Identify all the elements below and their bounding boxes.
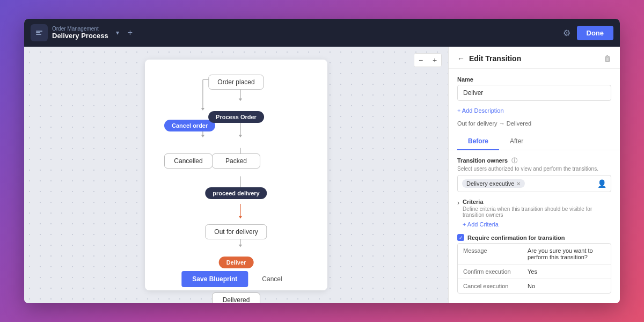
svg-rect-0: [36, 31, 42, 32]
add-tab-button[interactable]: +: [128, 28, 133, 38]
svg-rect-2: [36, 34, 41, 35]
node-packed[interactable]: Packed: [212, 153, 260, 169]
confirm-row-cancel: Cancel execution No: [458, 279, 611, 293]
save-blueprint-button[interactable]: Save Blueprint: [181, 271, 248, 287]
done-button[interactable]: Done: [577, 26, 614, 40]
svg-marker-17: [239, 216, 242, 218]
header: Order Management Delivery Process ▾ + ⚙ …: [24, 19, 620, 47]
svg-marker-7: [201, 108, 204, 111]
dropdown-icon[interactable]: ▾: [116, 29, 119, 36]
panel-header-left: ← Edit Transition: [457, 54, 521, 63]
node-cancel-order[interactable]: Cancel order: [164, 120, 215, 131]
node-delivered[interactable]: Delivered: [212, 292, 260, 303]
criteria-content: Criteria Define criteria when this trans…: [463, 199, 611, 228]
confirm-row-exec: Confirm execution Yes: [458, 265, 611, 279]
delete-icon[interactable]: 🗑: [604, 54, 611, 63]
back-arrow-icon[interactable]: ←: [457, 54, 465, 63]
header-title-group: Order Management Delivery Process: [52, 26, 108, 40]
node-deliver[interactable]: Deliver: [219, 257, 254, 268]
right-panel: ← Edit Transition 🗑 Name + Add Descripti…: [448, 47, 620, 303]
add-criteria-link[interactable]: + Add Criteria: [463, 221, 611, 228]
criteria-section: › Criteria Define criteria when this tra…: [457, 199, 611, 228]
node-cancelled[interactable]: Cancelled: [164, 153, 213, 169]
owners-tag-input[interactable]: Delivery executive ✕ 👤: [457, 175, 611, 192]
app-icon: [31, 24, 48, 41]
confirm-label: Require confirmation for transition: [467, 235, 565, 241]
header-subtitle: Order Management: [52, 26, 108, 32]
svg-marker-11: [239, 135, 242, 137]
owner-tag: Delivery executive ✕: [462, 179, 525, 188]
zoom-controls: − +: [414, 53, 442, 67]
owners-section: Transition owners ⓘ Select users authori…: [457, 157, 611, 192]
confirm-val-message: Are you sure you want to perform this tr…: [528, 247, 605, 260]
add-user-icon[interactable]: 👤: [597, 179, 606, 188]
criteria-expand-icon[interactable]: ›: [457, 199, 459, 207]
svg-marker-19: [239, 245, 242, 247]
confirm-key-cancel: Cancel execution: [463, 283, 517, 289]
bottom-bar: Save Blueprint Cancel: [181, 271, 290, 287]
tab-before[interactable]: Before: [457, 133, 499, 150]
confirm-table: Message Are you sure you want to perform…: [457, 243, 611, 294]
cancel-button[interactable]: Cancel: [253, 271, 290, 287]
app-window: Order Management Delivery Process ▾ + ⚙ …: [24, 19, 620, 303]
main-content: − +: [24, 47, 620, 303]
panel-title: Edit Transition: [469, 54, 521, 63]
confirm-checkbox-row: Require confirmation for transition: [457, 234, 611, 241]
owners-label: Transition owners ⓘ: [457, 157, 611, 165]
confirm-row-message: Message Are you sure you want to perform…: [458, 244, 611, 265]
svg-marker-4: [239, 99, 242, 101]
flow-diagram: Order placed Cancel order Process Order …: [145, 60, 327, 290]
confirm-val-exec: Yes: [528, 268, 537, 275]
svg-rect-1: [36, 32, 40, 33]
confirmation-section: Require confirmation for transition Mess…: [457, 234, 611, 294]
connections-svg: [161, 70, 311, 280]
node-order-placed[interactable]: Order placed: [208, 75, 264, 90]
criteria-desc: Define criteria when this transition sho…: [463, 206, 611, 218]
canvas-area[interactable]: − +: [24, 47, 448, 303]
name-field-group: Name: [457, 76, 611, 101]
header-left: Order Management Delivery Process ▾ +: [31, 24, 133, 41]
confirm-val-cancel: No: [528, 283, 535, 289]
confirm-key-message: Message: [463, 247, 517, 260]
settings-icon[interactable]: ⚙: [563, 28, 570, 38]
add-description-link[interactable]: + Add Description: [457, 107, 611, 114]
node-out-for-delivery[interactable]: Out for delivery: [205, 224, 267, 239]
node-process-order[interactable]: Process Order: [208, 111, 264, 123]
zoom-in-button[interactable]: +: [428, 54, 441, 67]
remove-owner-tag[interactable]: ✕: [516, 181, 521, 187]
tabs: Before After: [449, 133, 620, 150]
panel-body: Name + Add Description Out for delivery …: [449, 69, 620, 301]
header-title: Delivery Process: [52, 32, 108, 40]
name-input[interactable]: [457, 85, 611, 101]
owners-info-icon: ⓘ: [511, 157, 517, 164]
name-label: Name: [457, 76, 611, 83]
confirm-key-exec: Confirm execution: [463, 268, 517, 275]
confirm-checkbox[interactable]: [457, 234, 464, 241]
owners-help: Select users authorized to view and perf…: [457, 166, 611, 172]
criteria-label: Criteria: [463, 199, 611, 205]
node-proceed-delivery[interactable]: proceed delivery: [205, 187, 267, 199]
zoom-out-button[interactable]: −: [414, 54, 427, 67]
tab-after[interactable]: After: [499, 133, 534, 150]
svg-marker-9: [201, 135, 204, 137]
panel-header: ← Edit Transition 🗑: [449, 47, 620, 69]
transition-info: Out for delivery → Delivered: [457, 120, 611, 127]
